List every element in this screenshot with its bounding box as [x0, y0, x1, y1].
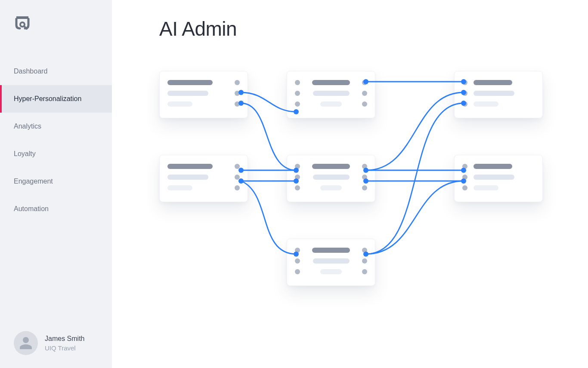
workflow-node[interactable] — [454, 71, 543, 118]
sidebar-item-label: Dashboard — [14, 67, 47, 75]
sidebar-item-label: Loyalty — [14, 150, 36, 158]
workflow-node[interactable] — [287, 155, 375, 202]
sidebar-item-analytics[interactable]: Analytics — [0, 113, 112, 140]
workflow-node[interactable] — [287, 239, 375, 286]
workflow-node[interactable] — [287, 71, 375, 118]
user-block[interactable]: James Smith UIQ Travel — [14, 331, 84, 355]
sidebar-item-label: Automation — [14, 205, 49, 213]
sidebar-item-engagement[interactable]: Engagement — [0, 168, 112, 195]
sidebar-item-dashboard[interactable]: Dashboard — [0, 58, 112, 85]
workflow-node[interactable] — [454, 155, 543, 202]
person-icon — [19, 336, 33, 350]
page-title: AI Admin — [159, 17, 588, 40]
sidebar: Dashboard Hyper-Personalization Analytic… — [0, 0, 112, 368]
workflow-canvas[interactable] — [159, 64, 560, 340]
user-org: UIQ Travel — [45, 344, 84, 352]
sidebar-item-loyalty[interactable]: Loyalty — [0, 140, 112, 168]
sidebar-item-label: Hyper-Personalization — [14, 95, 81, 103]
user-info: James Smith UIQ Travel — [45, 335, 84, 352]
sidebar-item-label: Analytics — [14, 123, 41, 130]
workflow-node[interactable] — [159, 155, 248, 202]
main-content: AI Admin — [112, 0, 588, 368]
user-name: James Smith — [45, 335, 84, 343]
sidebar-item-automation[interactable]: Automation — [0, 195, 112, 223]
sidebar-item-hyper-personalization[interactable]: Hyper-Personalization — [0, 85, 112, 113]
avatar — [14, 331, 38, 355]
sidebar-item-label: Engagement — [14, 178, 53, 185]
logo — [0, 0, 112, 32]
workflow-node[interactable] — [159, 71, 248, 118]
nav: Dashboard Hyper-Personalization Analytic… — [0, 58, 112, 223]
